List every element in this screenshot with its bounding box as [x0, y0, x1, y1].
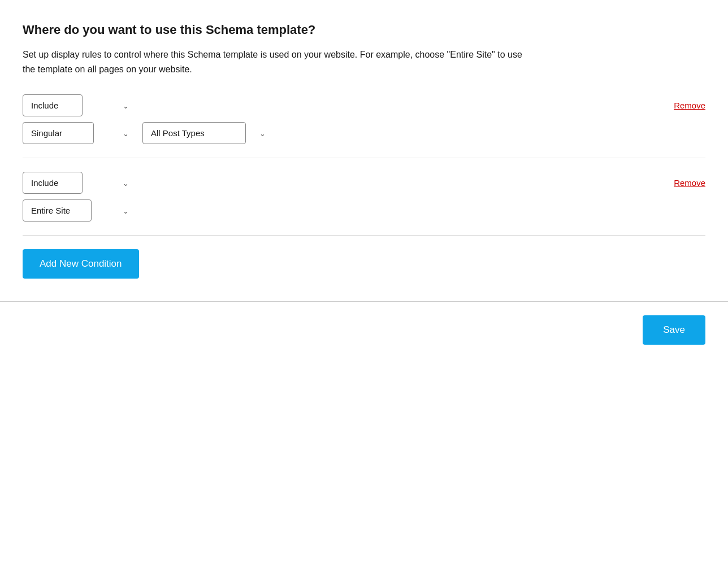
page-description: Set up display rules to control where th… [23, 47, 531, 76]
divider-1 [23, 158, 705, 158]
save-button[interactable]: Save [643, 315, 705, 345]
chevron-down-icon: ⌄ [123, 129, 129, 137]
condition-1-post-type-wrapper: All Post Types Posts Pages Custom Post T… [142, 122, 272, 144]
condition-2-entire-site-select[interactable]: Entire Site Posts Pages [23, 199, 92, 222]
condition-1-include-select[interactable]: Include Exclude [23, 94, 83, 116]
condition-1-singular-wrapper: Singular Archive Homepage ⌄ [23, 122, 136, 144]
chevron-down-icon: ⌄ [259, 129, 266, 137]
condition-2-entire-site-wrapper: Entire Site Posts Pages ⌄ [23, 199, 136, 222]
page-container: Where do you want to use this Schema tem… [0, 0, 728, 573]
condition-1-include-wrapper: Include Exclude ⌄ [23, 94, 136, 116]
condition-2-include-wrapper: Include Exclude ⌄ [23, 172, 136, 194]
condition-1-bottom-row: Singular Archive Homepage ⌄ All Post Typ… [23, 122, 705, 144]
chevron-down-icon: ⌄ [123, 206, 129, 215]
condition-1-top-row: Include Exclude ⌄ Remove [23, 94, 705, 116]
condition-block-1: Include Exclude ⌄ Remove Singular Archiv… [23, 94, 705, 158]
condition-1-remove-button[interactable]: Remove [674, 101, 705, 110]
condition-1-singular-select[interactable]: Singular Archive Homepage [23, 122, 94, 144]
save-row: Save [23, 302, 705, 358]
condition-2-bottom-row: Entire Site Posts Pages ⌄ [23, 199, 705, 222]
chevron-down-icon: ⌄ [123, 179, 129, 187]
chevron-down-icon: ⌄ [123, 101, 129, 110]
condition-block-2: Include Exclude ⌄ Remove Entire Site Pos… [23, 172, 705, 235]
condition-2-remove-button[interactable]: Remove [674, 178, 705, 188]
condition-1-post-type-select[interactable]: All Post Types Posts Pages Custom Post T… [142, 122, 246, 144]
page-title: Where do you want to use this Schema tem… [23, 23, 705, 37]
condition-2-top-row: Include Exclude ⌄ Remove [23, 172, 705, 194]
condition-2-include-select[interactable]: Include Exclude [23, 172, 83, 194]
add-new-condition-button[interactable]: Add New Condition [23, 249, 139, 279]
divider-2 [23, 235, 705, 236]
